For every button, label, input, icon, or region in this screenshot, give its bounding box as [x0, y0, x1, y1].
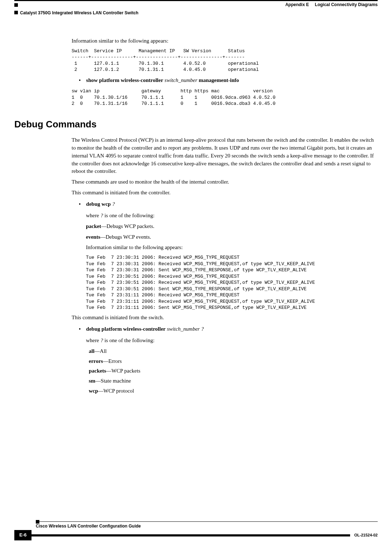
- header-subtitle: Catalyst 3750G Integrated Wireless LAN C…: [20, 10, 139, 16]
- cmd-text: debug wcp: [86, 201, 111, 207]
- appendix-label: Appendix E: [285, 2, 309, 7]
- appendix-title: Logical Connectivity Diagrams: [315, 2, 378, 7]
- code-block-1: Switch Service IP Management IP SW Versi…: [72, 48, 378, 73]
- option-sm: sm—State machine: [89, 377, 378, 385]
- option-events: events—Debugs WCP events.: [86, 233, 378, 241]
- cmd-prefix: debug platform wireless-controller: [86, 326, 166, 332]
- bullet-cmd-2: • debug wcp ?: [79, 200, 378, 208]
- footer-doc-number: OL-21524-02: [354, 533, 378, 538]
- page-header: Appendix E Logical Connectivity Diagrams: [14, 2, 378, 8]
- paragraph: This command is initiated from the switc…: [72, 314, 378, 322]
- paragraph: These commands are used to monitor the h…: [72, 178, 378, 186]
- cmd-prefix: show platform wireless-controller: [86, 77, 163, 83]
- paragraph: The Wireless Control Protocol (WCP) is a…: [72, 136, 378, 175]
- paragraph: This command is initiated from the contr…: [72, 189, 378, 197]
- option-packet: packet—Debugs WCP packets.: [86, 223, 378, 230]
- option-errors: errors—Errors: [89, 358, 378, 365]
- header-marker-icon: [14, 3, 18, 7]
- cmd-arg: switch_number: [167, 326, 200, 332]
- bullet-icon: •: [79, 77, 81, 84]
- where-line: where ? is one of the following:: [86, 212, 378, 220]
- intro-text: Information similar to the following app…: [72, 37, 378, 45]
- section-heading: Debug Commands: [14, 118, 378, 131]
- option-wcp: wcp—WCP protocol: [89, 387, 378, 395]
- bullet-cmd-1: • show platform wireless-controller swit…: [79, 77, 378, 84]
- bullet-cmd-3: • debug platform wireless-controller swi…: [79, 325, 378, 333]
- page-footer: Cisco Wireless LAN Controller Configurat…: [14, 521, 378, 540]
- code-block-2: sw vlan ip gateway http https mac versio…: [72, 88, 378, 107]
- bullet-icon: •: [79, 325, 81, 333]
- cmd-q: ?: [112, 201, 115, 207]
- info-line: Information similar to the following app…: [86, 244, 378, 252]
- footer-book-title: Cisco Wireless LAN Controller Configurat…: [36, 522, 378, 529]
- cmd-arg: switch_number: [165, 77, 198, 83]
- cmd-suffix: management-info: [199, 77, 239, 83]
- cmd-q: ?: [201, 326, 204, 332]
- option-all: all—All: [89, 348, 378, 355]
- footer-marker-icon: [36, 520, 39, 524]
- code-block-3: Tue Feb 7 23:30:31 2006: Received WCP_MS…: [86, 254, 378, 311]
- option-packets: packets—WCP packets: [89, 367, 378, 375]
- header-marker-icon: [14, 11, 18, 14]
- bullet-icon: •: [79, 200, 81, 208]
- page-number: E-6: [14, 530, 32, 540]
- where-line: where ? is one of the following:: [86, 337, 378, 345]
